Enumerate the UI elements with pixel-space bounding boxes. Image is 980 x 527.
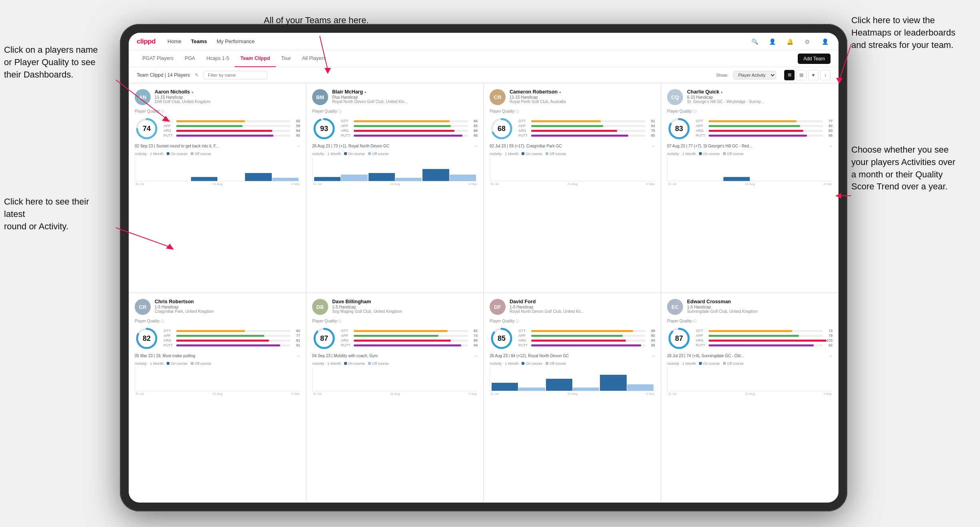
player-name[interactable]: David Ford: [510, 299, 655, 304]
sub-nav-hcaps[interactable]: Hcaps 1-5: [201, 50, 235, 67]
sub-nav-team-clippd[interactable]: Team Clippd: [235, 50, 275, 67]
latest-round[interactable]: 26 Aug 23 | 84 (+12), Royal North Devon …: [490, 354, 655, 358]
player-card[interactable]: DB Dave Billingham 1-5 Handicap Sog Magi…: [307, 293, 483, 502]
activity-chart: [135, 157, 300, 181]
grid-view-button[interactable]: ⊞: [784, 70, 795, 80]
chart-date-2: 21 Aug: [745, 182, 755, 186]
stat-label-ott: OTT: [341, 329, 352, 333]
legend-on-course: On course: [344, 152, 365, 156]
latest-round[interactable]: 05 Mar 23 | 19, Must make putting →: [135, 354, 300, 358]
player-name[interactable]: Cameron Robertson ●: [510, 89, 655, 95]
player-club: Sog Maging Golf Club, United Kingdom: [332, 309, 478, 314]
player-card[interactable]: DF David Ford 1-5 Handicap Royal North D…: [484, 293, 661, 502]
stat-label-putt: PUTT: [341, 133, 352, 137]
activity-legend: On course Off course: [522, 362, 566, 366]
annotation-click-player: Click on a players nameor Player Quality…: [4, 44, 98, 81]
latest-round[interactable]: 07 Aug 23 | 77 (+7), St George's Hill GC…: [667, 144, 833, 148]
round-arrow-icon: →: [651, 354, 655, 358]
nav-teams[interactable]: Teams: [191, 38, 207, 44]
stat-val-ott: 60: [292, 329, 300, 333]
player-search-input[interactable]: [203, 71, 267, 80]
player-handicap: 1-5 Handicap: [155, 305, 300, 309]
legend-off-course: Off course: [546, 152, 566, 156]
stat-bar-arg: [709, 130, 803, 132]
latest-round[interactable]: 02 Jul 23 | 59 (+17), Craigmillar Park G…: [490, 144, 655, 148]
round-arrow-icon: →: [651, 144, 655, 148]
stat-val-putt: 96: [647, 343, 655, 347]
latest-round[interactable]: 02 Sep 23 | Sunset round to get back int…: [135, 144, 300, 148]
player-name[interactable]: Chris Robertson: [155, 299, 300, 304]
quality-circle[interactable]: 74: [135, 117, 159, 141]
stat-label-arg: ARG: [341, 338, 352, 342]
activity-chart: [312, 367, 478, 391]
stat-label-ott: OTT: [518, 119, 530, 123]
stat-bar-bg-ott: [354, 120, 468, 122]
search-icon[interactable]: 🔍: [749, 36, 760, 47]
round-arrow-icon: →: [829, 144, 833, 148]
round-arrow-icon: →: [474, 354, 478, 358]
quality-circle[interactable]: 83: [667, 117, 691, 141]
chart-bars: [313, 161, 478, 181]
legend-off-course: Off course: [368, 152, 388, 156]
stat-val-putt: 94: [470, 343, 478, 347]
activity-type-label: Activity · 1 Month: [135, 151, 163, 156]
top-nav: clippd Home Teams My Performance 🔍 👤 🔔 ⊙…: [129, 33, 839, 50]
settings-icon[interactable]: ⊙: [802, 36, 813, 47]
chart-date-3: 4 Sep: [823, 392, 832, 396]
player-name[interactable]: Edward Crossman: [687, 299, 833, 304]
stat-row-putt: PUTT 86: [696, 133, 833, 137]
add-team-button[interactable]: Add Team: [798, 54, 831, 64]
player-name[interactable]: Aaron Nicholls ●: [155, 89, 300, 95]
activity-chart: [135, 367, 300, 391]
bell-icon[interactable]: 🔔: [784, 36, 795, 47]
nav-home[interactable]: Home: [167, 38, 181, 44]
chart-dates: 31 Jul 21 Aug 4 Sep: [490, 182, 655, 186]
sub-nav-tour[interactable]: Tour: [276, 50, 297, 67]
player-card[interactable]: CQ Charlie Quick ● 6-10 Handicap St. Geo…: [661, 84, 838, 292]
quality-circle[interactable]: 68: [490, 117, 514, 141]
stat-bar-putt: [709, 135, 807, 137]
stat-row-arg: ARG 85: [341, 338, 478, 342]
nav-my-performance[interactable]: My Performance: [217, 38, 255, 44]
stat-label-putt: PUTT: [341, 343, 352, 347]
quality-circle[interactable]: 85: [490, 326, 514, 350]
stat-val-arg: 75: [647, 129, 655, 133]
player-name[interactable]: Blair McHarg ●: [332, 89, 478, 95]
quality-circle[interactable]: 87: [312, 326, 336, 350]
player-name[interactable]: Charlie Quick ●: [687, 89, 833, 95]
player-name[interactable]: Dave Billingham: [332, 299, 478, 304]
list-view-button[interactable]: ▤: [796, 70, 807, 80]
activity-header: Activity · 1 Month On course Off course: [135, 361, 300, 366]
player-card[interactable]: CR Chris Robertson 1-5 Handicap Craigmil…: [129, 293, 306, 502]
sub-nav-all-players[interactable]: All Players: [297, 50, 331, 67]
quality-circle[interactable]: 93: [312, 117, 336, 141]
latest-round[interactable]: 18 Jul 23 | 74 (+4), Sunningdale GC - Ol…: [667, 354, 833, 358]
player-card[interactable]: AN Aaron Nicholls ● 11-15 Handicap Drift…: [129, 84, 306, 292]
filter-view-button[interactable]: ▼: [808, 70, 819, 80]
player-card[interactable]: CR Cameron Robertson ● 11-15 Handicap Ro…: [484, 84, 661, 292]
view-icons: ⊞ ▤ ▼ ↕: [784, 70, 831, 80]
latest-round[interactable]: 26 Aug 23 | 73 (+1), Royal North Devon G…: [312, 144, 478, 148]
quality-circle[interactable]: 82: [135, 326, 159, 350]
user-icon[interactable]: 👤: [767, 36, 778, 47]
annotation-heatmaps: Click here to view theHeatmaps or leader…: [851, 14, 955, 51]
latest-round[interactable]: 04 Sep 23 | Mobility with coach, Gym →: [312, 354, 478, 358]
sub-nav-pgat[interactable]: PGAT Players: [137, 50, 179, 67]
player-card[interactable]: EC Edward Crossman 1-5 Handicap Sunningd…: [661, 293, 838, 502]
quality-label: Player Quality ⓘ: [135, 319, 300, 324]
round-text: 02 Jul 23 | 59 (+17), Craigmillar Park G…: [490, 144, 562, 148]
show-select[interactable]: Player Activity: [733, 71, 776, 80]
legend-on-course: On course: [167, 152, 187, 156]
stat-label-arg: ARG: [341, 129, 352, 133]
chart-date-2: 21 Aug: [745, 392, 755, 396]
avatar-icon[interactable]: 👤: [819, 36, 831, 47]
player-card[interactable]: BM Blair McHarg ● Plus Handicap Royal No…: [307, 84, 483, 292]
stat-label-app: APP: [163, 124, 175, 128]
chart-date-2: 21 Aug: [390, 392, 400, 396]
quality-circle[interactable]: 87: [667, 326, 691, 350]
chart-dates: 31 Jul 21 Aug 4 Sep: [667, 182, 833, 186]
stat-row-ott: OTT 89: [518, 329, 655, 333]
edit-icon[interactable]: ✎: [195, 72, 199, 78]
sort-view-button[interactable]: ↕: [820, 70, 831, 80]
sub-nav-pga[interactable]: PGA: [179, 50, 201, 67]
